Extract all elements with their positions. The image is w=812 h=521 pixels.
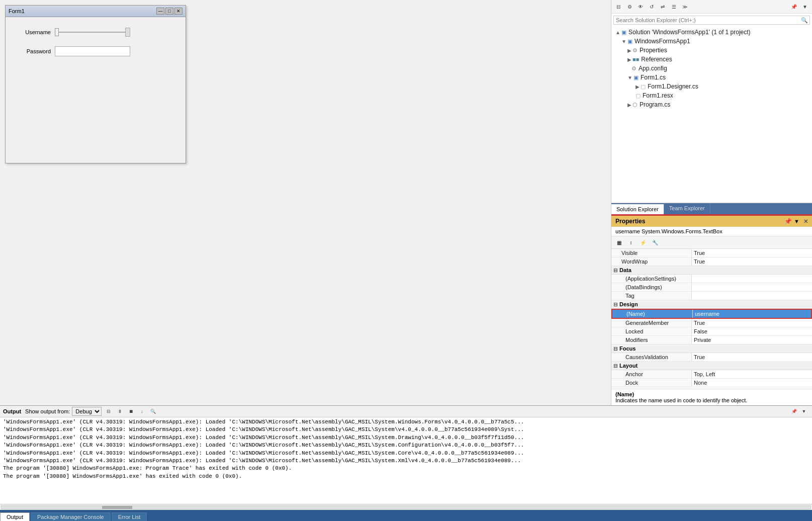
se-form1cs-item[interactable]: ▼ ▣ Form1.cs xyxy=(611,73,812,82)
se-pin-btn[interactable]: 📌 xyxy=(789,2,799,12)
props-row-modifiers[interactable]: Modifiers Private xyxy=(611,336,812,344)
search-icon: 🔍 xyxy=(801,17,808,24)
references-arrow: ▶ xyxy=(627,57,631,62)
output-line: 'WindowsFormsApp1.exe' (CLR v4.30319: Wi… xyxy=(3,426,809,433)
output-find-btn[interactable]: 🔍 xyxy=(148,407,158,416)
username-label: Username xyxy=(16,29,51,35)
output-arrow-btn[interactable]: ▼ xyxy=(799,407,809,416)
bottom-tab-error-list[interactable]: Error List xyxy=(112,512,147,521)
prop-name-visible: Visible xyxy=(611,249,692,257)
props-object: username System.Windows.Forms.TextBox xyxy=(611,227,812,236)
se-solution-item[interactable]: ▲ ▣ Solution 'WindowsFormsApp1' (1 of 1 … xyxy=(611,28,812,37)
show-output-from-label: Show output from: xyxy=(25,408,70,414)
props-sort-btn[interactable]: ↕ xyxy=(625,237,637,247)
appconfig-label: App.config xyxy=(639,65,667,72)
props-row-databindings[interactable]: (DataBindings) xyxy=(611,283,812,292)
se-sync-btn[interactable]: ⇌ xyxy=(658,2,668,12)
props-events-btn[interactable]: ⚡ xyxy=(638,237,649,247)
props-section-design: ⊟Design xyxy=(611,300,812,309)
props-pin-icon[interactable]: 📌 xyxy=(784,218,792,225)
output-line: 'WindowsFormsApp1.exe' (CLR v4.30319: Wi… xyxy=(3,457,809,465)
prop-value-databindings xyxy=(692,283,812,291)
props-section-layout: ⊟Layout xyxy=(611,362,812,370)
se-search-input[interactable] xyxy=(613,16,810,25)
props-row-anchor[interactable]: Anchor Top, Left xyxy=(611,370,812,379)
props-title: Properties xyxy=(615,218,645,225)
properties-icon: ⚙ xyxy=(633,47,638,54)
se-search-container: 🔍 xyxy=(613,16,810,25)
props-row-locked[interactable]: Locked False xyxy=(611,327,812,336)
prop-name-modifiers: Modifiers xyxy=(611,336,692,344)
right-panel: ⊟ ⚙ 👁 ↺ ⇌ ☰ ≫ 📌 ▼ 🔍 ▲ ▣ xyxy=(611,0,812,405)
se-programcs-item[interactable]: ▶ ⬡ Program.cs xyxy=(611,100,812,109)
main-area: Form1 — □ ✕ Username xyxy=(0,0,812,405)
se-form1designer-item[interactable]: ▶ ▢ Form1.Designer.cs xyxy=(611,82,812,91)
se-more-btn[interactable]: ≫ xyxy=(680,2,690,12)
se-form1resx-item[interactable]: ▢ Form1.resx xyxy=(611,91,812,100)
output-line: 'WindowsFormsApp1.exe' (CLR v4.30319: Wi… xyxy=(3,418,809,426)
output-pause-btn[interactable]: ⏸ xyxy=(115,407,125,416)
output-clear-btn[interactable]: ⊟ xyxy=(104,407,114,416)
programcs-label: Program.cs xyxy=(640,101,670,108)
output-source-select[interactable]: Debug xyxy=(72,407,102,416)
props-grid-btn[interactable]: ▦ xyxy=(613,237,624,247)
output-header: Output Show output from: Debug ⊟ ⏸ ⏹ ↓ 🔍… xyxy=(0,406,812,417)
username-input-slider[interactable] xyxy=(55,27,130,37)
props-row-tag[interactable]: Tag xyxy=(611,292,812,300)
output-toolbar: ⊟ ⏸ ⏹ ↓ 🔍 xyxy=(104,407,158,416)
props-arrow-icon[interactable]: ▼ xyxy=(794,218,799,224)
output-pin-btn[interactable]: 📌 xyxy=(789,407,799,416)
props-row-dock[interactable]: Dock None xyxy=(611,379,812,387)
project-icon: ▣ xyxy=(627,38,633,45)
prop-value-appsettings xyxy=(692,275,812,283)
props-filter-btn[interactable]: 🔧 xyxy=(650,237,661,247)
props-row-appsettings[interactable]: (ApplicationSettings) xyxy=(611,275,812,283)
props-row-causesvalidation[interactable]: CausesValidation True xyxy=(611,353,812,362)
props-row-name[interactable]: (Name) username xyxy=(611,309,812,319)
form-minimize-button[interactable]: — xyxy=(156,8,164,15)
se-refresh-btn[interactable]: ↺ xyxy=(647,2,657,12)
props-close-icon[interactable]: ✕ xyxy=(803,218,808,225)
scrollbar-thumb[interactable] xyxy=(102,506,132,509)
se-references-item[interactable]: ▶ ■■ References xyxy=(611,55,812,64)
password-input[interactable] xyxy=(55,46,130,56)
form-titlebar: Form1 — □ ✕ xyxy=(6,6,186,17)
props-row-generatemember[interactable]: GenerateMember True xyxy=(611,319,812,327)
se-tab-solution-explorer[interactable]: Solution Explorer xyxy=(611,203,664,214)
form-close-button[interactable]: ✕ xyxy=(174,8,183,15)
output-scrollbar xyxy=(0,504,812,510)
appconfig-icon: ⚙ xyxy=(631,65,637,72)
props-row-visible[interactable]: Visible True xyxy=(611,249,812,257)
se-filter-btn[interactable]: ☰ xyxy=(669,2,679,12)
props-footer-name: (Name) xyxy=(615,391,808,397)
output-line: 'WindowsFormsApp1.exe' (CLR v4.30319: Wi… xyxy=(3,442,809,449)
project-label: WindowsFormsApp1 xyxy=(635,38,690,45)
bottom-tab-output[interactable]: Output xyxy=(0,512,30,521)
prop-name-generatemember: GenerateMember xyxy=(611,319,692,327)
output-scroll-btn[interactable]: ↓ xyxy=(137,407,147,416)
prop-value-locked: False xyxy=(692,327,812,335)
output-line: The program '[30880] WindowsFormsApp1.ex… xyxy=(3,473,809,480)
se-appconfig-item[interactable]: ⚙ App.config xyxy=(611,64,812,73)
se-collapse-btn[interactable]: ⊟ xyxy=(613,2,623,12)
programcs-arrow: ▶ xyxy=(627,102,631,108)
se-project-item[interactable]: ▼ ▣ WindowsFormsApp1 xyxy=(611,37,812,46)
form1cs-arrow: ▼ xyxy=(627,75,633,80)
form1cs-label: Form1.cs xyxy=(641,74,666,81)
form-maximize-button[interactable]: □ xyxy=(165,8,173,15)
solution-arrow: ▲ xyxy=(615,30,620,35)
props-row-wordwrap[interactable]: WordWrap True xyxy=(611,257,812,266)
se-tab-team-explorer[interactable]: Team Explorer xyxy=(664,203,710,214)
prop-name-tag: Tag xyxy=(611,292,692,300)
scrollbar-track[interactable] xyxy=(1,505,811,509)
se-show-all-btn[interactable]: 👁 xyxy=(636,2,646,12)
props-footer-desc: Indicates the name used in code to ident… xyxy=(615,397,808,403)
se-properties-btn[interactable]: ⚙ xyxy=(624,2,635,12)
se-arrow-btn[interactable]: ▼ xyxy=(800,2,810,12)
props-header: Properties 📌 ▼ ✕ xyxy=(611,216,812,227)
se-properties-item[interactable]: ▶ ⚙ Properties xyxy=(611,46,812,55)
props-toolbar: ▦ ↕ ⚡ 🔧 xyxy=(611,236,812,249)
output-stop-btn[interactable]: ⏹ xyxy=(126,407,136,416)
bottom-tab-package-manager[interactable]: Package Manager Console xyxy=(31,512,111,521)
form1designer-arrow: ▶ xyxy=(636,84,640,90)
